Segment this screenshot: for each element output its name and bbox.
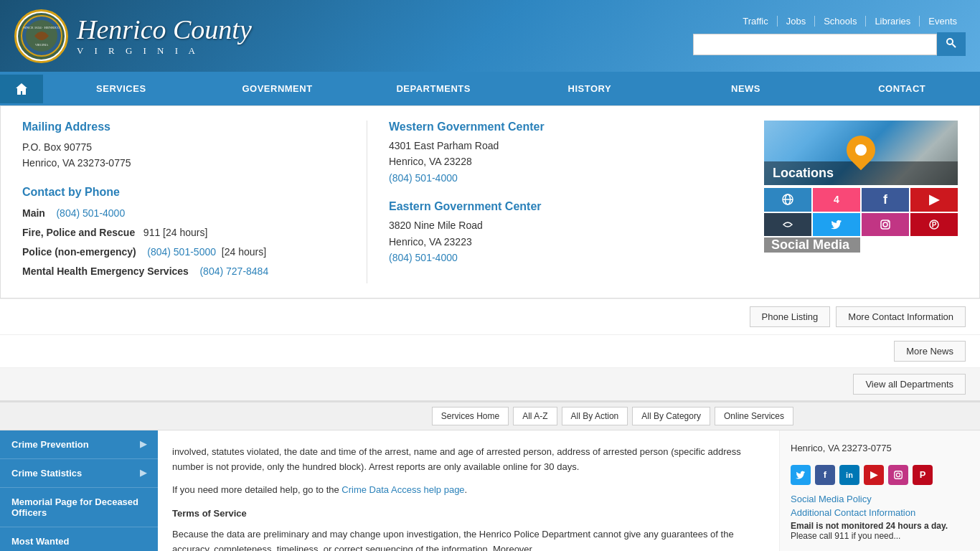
twitter-icon-sm[interactable] — [791, 465, 811, 485]
western-center-title: Western Government Center — [389, 121, 750, 133]
top-right-area: Traffic Jobs Schools Libraries Events — [693, 16, 966, 56]
search-button[interactable] — [937, 32, 966, 56]
social-media-text: Social Media — [771, 237, 849, 253]
sidebar-item-memorial-page[interactable]: Memorial Page for Deceased Officers — [0, 488, 158, 527]
nav-news[interactable]: NEWS — [668, 72, 824, 105]
contact-left: Mailing Address P.O. Box 90775 Henrico, … — [22, 121, 367, 283]
svg-line-5 — [953, 44, 956, 48]
libraries-link[interactable]: Libraries — [866, 16, 920, 27]
eastern-phone-link[interactable]: (804) 501-4000 — [389, 252, 458, 263]
mailing-title: Mailing Address — [22, 121, 345, 133]
youtube-icon-sm[interactable]: ▶ — [864, 465, 884, 485]
phone-mental-number[interactable]: (804) 727-8484 — [199, 265, 268, 277]
phone-fire-label: Fire, Police and Rescue — [22, 227, 135, 238]
crime-data-link[interactable]: Crime Data Access help page — [341, 484, 464, 495]
eastern-addr2: Henrico, VA 23223 — [389, 234, 750, 250]
phone-main: Main (804) 501-4000 — [22, 206, 345, 221]
subnav-all-by-category[interactable]: All By Category — [632, 407, 710, 425]
nav-contact[interactable]: CONTACT — [824, 72, 980, 105]
western-phone-link[interactable]: (804) 501-4000 — [389, 172, 458, 184]
instagram-icon-sm[interactable] — [888, 465, 908, 485]
contact-center: Western Government Center 4301 East Parh… — [367, 121, 750, 283]
social-dark-tile[interactable] — [764, 213, 811, 237]
content-paragraph-3: Because the data are preliminary and may… — [172, 527, 765, 551]
email-note: Email is not monitored 24 hours a day. — [791, 521, 969, 531]
right-sidebar: Henrico, VA 23273-0775 f in ▶ P Social M… — [779, 430, 980, 551]
western-phone: (804) 501-4000 — [389, 170, 750, 186]
subnav-all-az[interactable]: All A-Z — [513, 407, 557, 425]
svg-point-4 — [947, 39, 953, 44]
seal-inner: SINCE 1634 · HENRICO VIRGINIA — [18, 13, 65, 60]
phone-main-number[interactable]: (804) 501-4000 — [56, 207, 125, 219]
phone-mental: Mental Health Emergency Services (804) 7… — [22, 264, 345, 279]
main-nav: SERVICES GOVERNMENT DEPARTMENTS HISTORY … — [0, 72, 980, 105]
sidebar-item-most-wanted[interactable]: Most Wanted — [0, 527, 158, 551]
left-sidebar: Crime Prevention ▶ Crime Statistics ▶ Me… — [0, 430, 158, 551]
svg-point-15 — [896, 473, 900, 476]
sub-nav-bar: Services Home All A-Z All By Action All … — [0, 402, 980, 430]
mailing-address: P.O. Box 90775 Henrico, VA 23273-0775 — [22, 139, 345, 171]
terms-title: Terms of Service — [172, 507, 765, 522]
additional-contact-link[interactable]: Additional Contact Information — [791, 507, 969, 518]
subnav-online-services[interactable]: Online Services — [715, 407, 793, 425]
county-seal: SINCE 1634 · HENRICO VIRGINIA — [14, 9, 68, 63]
western-address: 4301 East Parham Road Henrico, VA 23228 … — [389, 138, 750, 186]
social-instagram-tile[interactable] — [862, 213, 909, 237]
phone-police-number[interactable]: (804) 501-5000 — [147, 246, 216, 258]
social-facebook-tile[interactable]: f — [862, 188, 909, 212]
nav-services[interactable]: SERVICES — [43, 72, 199, 105]
linkedin-icon-sm[interactable]: in — [839, 465, 859, 485]
social-foursquare-tile[interactable]: 4 — [813, 188, 860, 212]
facebook-icon-sm[interactable]: f — [815, 465, 835, 485]
pinterest-icon-sm[interactable]: P — [913, 465, 933, 485]
phone-title: Contact by Phone — [22, 186, 345, 199]
western-addr2: Henrico, VA 23228 — [389, 154, 750, 169]
svg-text:VIRGINIA: VIRGINIA — [34, 43, 47, 47]
social-media-policy-link[interactable]: Social Media Policy — [791, 494, 969, 504]
svg-point-10 — [883, 222, 887, 227]
search-input[interactable] — [693, 34, 937, 55]
sidebar-item-crime-prevention[interactable]: Crime Prevention ▶ — [0, 430, 158, 459]
contact-panel: Mailing Address P.O. Box 90775 Henrico, … — [0, 105, 980, 298]
top-links: Traffic Jobs Schools Libraries Events — [734, 16, 966, 27]
nav-departments[interactable]: DEPARTMENTS — [355, 72, 512, 105]
phone-police: Police (non-emergency) (804) 501-5000 [2… — [22, 245, 345, 260]
jobs-link[interactable]: Jobs — [778, 16, 815, 27]
subnav-all-by-action[interactable]: All By Action — [562, 407, 628, 425]
western-gov-center: Western Government Center 4301 East Parh… — [389, 121, 750, 186]
traffic-link[interactable]: Traffic — [734, 16, 777, 27]
svg-text:SINCE 1634 · HENRICO: SINCE 1634 · HENRICO — [23, 26, 60, 29]
phone-fire: Fire, Police and Rescue 911 [24 hours] — [22, 225, 345, 240]
locations-widget[interactable]: Locations — [764, 121, 958, 185]
schools-link[interactable]: Schools — [815, 16, 866, 27]
nav-government[interactable]: GOVERNMENT — [199, 72, 356, 105]
county-sub-title: V I R G I N I A — [77, 45, 252, 57]
more-contact-button[interactable]: More Contact Information — [836, 306, 966, 327]
phone-listing-button[interactable]: Phone Listing — [750, 306, 831, 327]
more-news-button[interactable]: More News — [894, 341, 966, 362]
social-icons-row: f in ▶ P — [791, 465, 969, 485]
logo-area: SINCE 1634 · HENRICO VIRGINIA Henrico Co… — [14, 9, 252, 63]
social-web-tile[interactable] — [764, 188, 811, 212]
sidebar-item-crime-statistics[interactable]: Crime Statistics ▶ — [0, 459, 158, 488]
phone-main-label: Main — [22, 207, 45, 219]
body-area: Crime Prevention ▶ Crime Statistics ▶ Me… — [0, 430, 980, 551]
social-youtube-tile[interactable]: ▶ — [910, 188, 958, 212]
social-media-widget[interactable]: 4 f ▶ P Social Media — [764, 188, 958, 253]
social-media-label: Social Media — [764, 237, 860, 253]
view-all-departments-button[interactable]: View all Departments — [853, 374, 966, 395]
svg-rect-14 — [895, 471, 903, 479]
events-link[interactable]: Events — [920, 16, 966, 27]
subnav-services-home[interactable]: Services Home — [432, 407, 509, 425]
eastern-phone: (804) 501-4000 — [389, 250, 750, 265]
social-pinterest-tile[interactable]: P — [910, 213, 958, 237]
svg-text:P: P — [932, 221, 937, 229]
home-nav-button[interactable] — [0, 75, 43, 103]
sidebar-label-crime-prevention: Crime Prevention — [11, 439, 89, 450]
nav-history[interactable]: HISTORY — [512, 72, 668, 105]
mailing-line2: Henrico, VA 23273-0775 — [22, 155, 345, 171]
more-news-row: More News — [0, 334, 980, 367]
social-twitter-tile[interactable] — [813, 213, 860, 237]
search-bar — [693, 32, 966, 56]
eastern-gov-center: Eastern Government Center 3820 Nine Mile… — [389, 200, 750, 265]
